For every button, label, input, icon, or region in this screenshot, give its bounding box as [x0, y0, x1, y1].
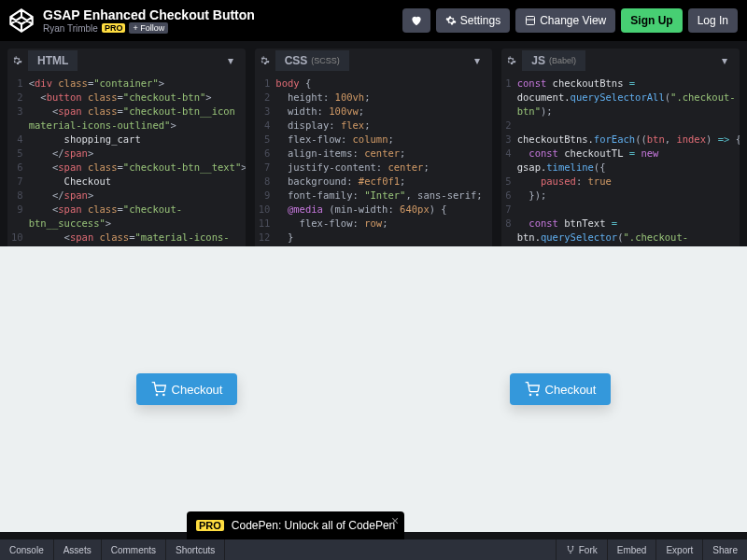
html-editor: HTML ▾ 123 456789 10 1112 <div class="co…: [7, 49, 246, 246]
assets-button[interactable]: Assets: [54, 539, 102, 560]
svg-point-4: [529, 394, 530, 395]
svg-point-8: [570, 553, 571, 554]
html-title: HTML: [28, 50, 78, 71]
shopping-cart-icon: [151, 382, 166, 397]
gear-icon[interactable]: [7, 51, 26, 70]
codepen-logo[interactable]: [9, 8, 34, 33]
header-buttons: Settings Change View Sign Up Log In: [402, 8, 738, 33]
gear-icon[interactable]: [501, 51, 520, 70]
gear-icon[interactable]: [255, 51, 274, 70]
follow-button[interactable]: + Follow: [129, 22, 168, 34]
checkout-button[interactable]: Checkout: [136, 373, 238, 405]
promo-banner[interactable]: PRO CodePen: Unlock all of CodePen ×: [187, 511, 404, 539]
chevron-down-icon[interactable]: ▾: [221, 51, 240, 70]
chevron-down-icon[interactable]: ▾: [468, 51, 486, 70]
love-button[interactable]: [402, 8, 430, 33]
js-editor-header: JS (Babel) ▾: [501, 49, 740, 73]
svg-point-2: [156, 394, 157, 395]
js-code-area[interactable]: 1 234 5678 9 const checkoutBtns = docume…: [501, 73, 740, 246]
editors-row: HTML ▾ 123 456789 10 1112 <div class="co…: [0, 41, 747, 246]
close-icon[interactable]: ×: [391, 513, 399, 528]
console-button[interactable]: Console: [0, 539, 54, 560]
css-title: CSS (SCSS): [275, 50, 349, 71]
preview-pane: Checkout Checkout: [0, 246, 747, 532]
log-in-button[interactable]: Log In: [688, 8, 738, 33]
html-code-area[interactable]: 123 456789 10 1112 <div class="container…: [7, 73, 246, 246]
css-editor: CSS (SCSS) ▾ 1234567891011121314 body { …: [255, 49, 493, 246]
promo-text: CodePen: Unlock all of CodePen: [232, 519, 395, 532]
fork-button[interactable]: Fork: [556, 539, 607, 560]
change-view-button[interactable]: Change View: [515, 8, 615, 33]
comments-button[interactable]: Comments: [102, 539, 166, 560]
pro-badge: PRO: [196, 520, 224, 531]
pro-badge: PRO: [102, 23, 126, 33]
svg-point-3: [162, 394, 163, 395]
css-code-area[interactable]: 1234567891011121314 body { height: 100vh…: [255, 73, 493, 246]
author-row: Ryan Trimble PRO + Follow: [43, 22, 402, 34]
js-title: JS (Babel): [522, 50, 585, 71]
checkout-button[interactable]: Checkout: [510, 373, 612, 405]
svg-point-6: [567, 546, 569, 548]
checkout-label: Checkout: [172, 383, 223, 397]
title-area: GSAP Enhanced Checkout Button Ryan Trimb…: [43, 7, 402, 34]
author-name[interactable]: Ryan Trimble: [43, 23, 98, 34]
svg-point-7: [571, 546, 573, 548]
svg-point-5: [536, 394, 537, 395]
share-button[interactable]: Share: [702, 539, 747, 560]
app-footer: Console Assets Comments Shortcuts Fork E…: [0, 539, 747, 560]
checkout-label: Checkout: [545, 383, 597, 397]
app-header: GSAP Enhanced Checkout Button Ryan Trimb…: [0, 0, 747, 41]
svg-rect-0: [527, 17, 535, 25]
sign-up-button[interactable]: Sign Up: [621, 8, 682, 33]
js-editor: JS (Babel) ▾ 1 234 5678 9 const checkout…: [501, 49, 740, 246]
pen-title: GSAP Enhanced Checkout Button: [43, 7, 402, 22]
settings-button[interactable]: Settings: [436, 8, 510, 33]
chevron-down-icon[interactable]: ▾: [715, 51, 734, 70]
html-editor-header: HTML ▾: [7, 49, 246, 73]
embed-button[interactable]: Embed: [607, 539, 656, 560]
css-editor-header: CSS (SCSS) ▾: [255, 49, 493, 73]
shortcuts-button[interactable]: Shortcuts: [166, 539, 225, 560]
shopping-cart-icon: [525, 382, 540, 397]
export-button[interactable]: Export: [655, 539, 702, 560]
